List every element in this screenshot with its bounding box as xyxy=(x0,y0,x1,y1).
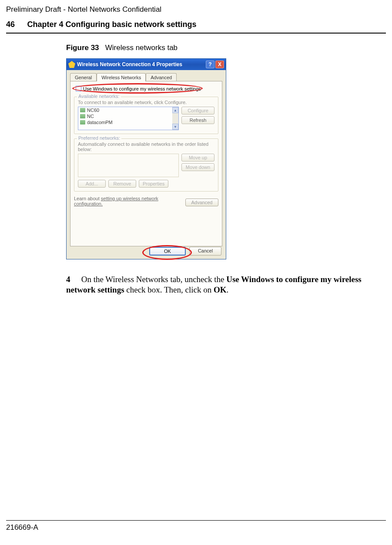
wifi-icon xyxy=(80,120,85,124)
tab-general[interactable]: General xyxy=(70,73,97,81)
instruction-text-3: . xyxy=(227,285,229,294)
figure-caption: Figure 33 Wireless networks tab xyxy=(66,44,178,52)
available-networks-list[interactable]: NC60 NC datacomPM ▲ ▼ xyxy=(78,107,179,130)
advanced-button[interactable]: Advanced xyxy=(185,198,218,206)
learn-about-text: Learn about setting up wireless network … xyxy=(74,196,170,206)
step-number: 4 xyxy=(66,274,79,285)
figure-number: Figure 33 xyxy=(66,44,99,52)
move-down-button[interactable]: Move down xyxy=(181,163,214,171)
dialog-button-row: OK Cancel xyxy=(149,247,221,256)
scroll-down-button[interactable]: ▼ xyxy=(172,124,178,130)
configure-button[interactable]: Configure xyxy=(181,107,214,114)
scroll-up-button[interactable]: ▲ xyxy=(172,107,178,113)
chapter-title: Chapter 4 Configuring basic network sett… xyxy=(27,20,196,29)
preferred-networks-group: Preferred networks: Automatically connec… xyxy=(74,138,218,192)
available-legend: Available networks: xyxy=(77,94,121,99)
use-windows-checkbox-label: Use Windows to configure my wireless net… xyxy=(83,86,201,91)
page-header: 46 Chapter 4 Configuring basic network s… xyxy=(6,20,386,34)
list-item[interactable]: NC60 xyxy=(78,107,178,113)
document-id: 216669-A xyxy=(6,523,38,532)
close-button[interactable]: X xyxy=(215,61,224,68)
scrollbar[interactable]: ▲ ▼ xyxy=(172,107,178,130)
instruction-step: 4 On the Wireless Networks tab, uncheck … xyxy=(66,274,379,296)
instruction-bold-2: OK xyxy=(214,285,227,294)
wifi-icon xyxy=(80,108,85,112)
network-icon xyxy=(68,61,75,68)
tab-advanced[interactable]: Advanced xyxy=(146,73,177,81)
tab-panel: Use Windows to configure my wireless net… xyxy=(70,81,222,246)
preferred-networks-list[interactable] xyxy=(78,154,179,177)
tabstrip: General Wireless Networks Advanced xyxy=(67,70,226,81)
tab-wireless-networks[interactable]: Wireless Networks xyxy=(97,73,146,81)
list-item[interactable]: datacomPM xyxy=(78,119,178,125)
titlebar[interactable]: Wireless Network Connection 4 Properties… xyxy=(67,59,226,70)
list-item[interactable]: NC xyxy=(78,113,178,119)
dialog-title: Wireless Network Connection 4 Properties xyxy=(77,61,205,67)
use-windows-checkbox-row: Use Windows to configure my wireless net… xyxy=(74,85,218,92)
add-button[interactable]: Add... xyxy=(78,180,106,188)
properties-button[interactable]: Properties xyxy=(139,180,168,188)
page-footer: 216669-A xyxy=(6,520,386,532)
available-networks-group: Available networks: To connect to an ava… xyxy=(74,97,218,134)
move-up-button[interactable]: Move up xyxy=(181,154,214,161)
page-number: 46 xyxy=(6,20,15,29)
instruction-text: On the Wireless Networks tab, uncheck th… xyxy=(81,275,226,284)
use-windows-checkbox[interactable] xyxy=(76,86,81,91)
wifi-icon xyxy=(80,114,85,118)
help-button[interactable]: ? xyxy=(206,61,214,68)
cancel-button[interactable]: Cancel xyxy=(189,247,221,256)
refresh-button[interactable]: Refresh xyxy=(181,116,214,124)
instruction-text-2: check box. Then, click on xyxy=(124,285,214,294)
wireless-properties-dialog: Wireless Network Connection 4 Properties… xyxy=(66,58,226,259)
remove-button[interactable]: Remove xyxy=(108,180,136,188)
preferred-hint: Automatically connect to available netwo… xyxy=(78,141,214,152)
ok-button[interactable]: OK xyxy=(149,247,186,256)
available-hint: To connect to an available network, clic… xyxy=(78,100,214,105)
confidential-header: Preliminary Draft - Nortel Networks Conf… xyxy=(6,5,161,14)
figure-title: Wireless networks tab xyxy=(105,44,178,52)
preferred-legend: Preferred networks: xyxy=(77,135,121,141)
